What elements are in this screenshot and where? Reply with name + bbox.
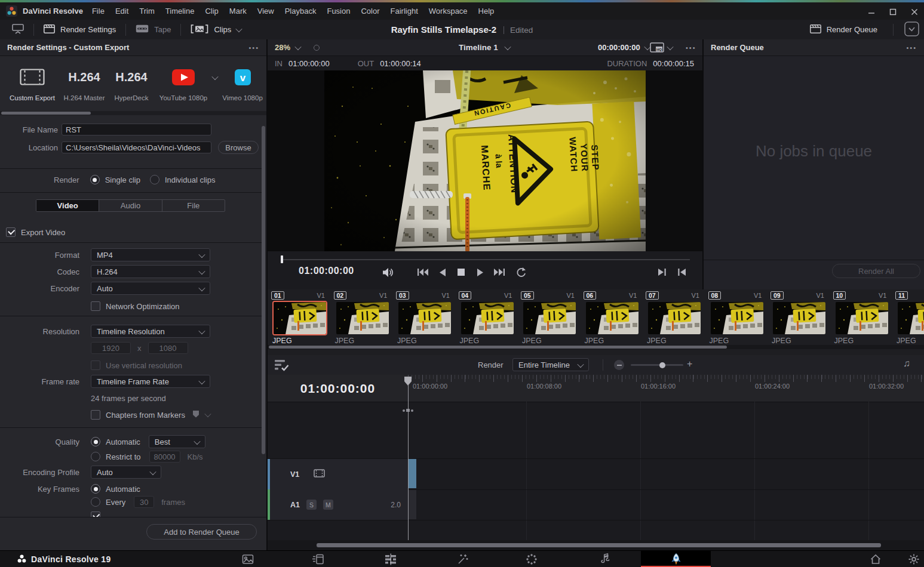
clip-thumbnail[interactable] <box>834 301 889 335</box>
single-clip-radio[interactable] <box>90 175 100 184</box>
loop-button[interactable] <box>514 267 528 278</box>
menu-item-view[interactable]: View <box>252 7 280 16</box>
stop-button[interactable] <box>454 267 468 278</box>
encoding-profile-dropdown[interactable]: Auto <box>91 466 161 479</box>
play-reverse-button[interactable] <box>435 267 449 278</box>
file-name-input[interactable] <box>62 124 211 135</box>
clip-04[interactable]: 04V1JPEG <box>456 289 518 349</box>
scrollbar-thumb[interactable] <box>269 346 727 349</box>
video-track-row[interactable]: V1 <box>268 458 924 490</box>
playhead-line[interactable] <box>408 385 409 540</box>
clip-thumbnail[interactable] <box>897 301 924 335</box>
render-mode-dropdown[interactable]: Entire Timeline <box>512 358 589 371</box>
clip-09[interactable]: 09V1JPEG <box>768 289 830 349</box>
clipped-checkbox[interactable] <box>91 511 100 517</box>
browse-button[interactable]: Browse <box>218 141 259 154</box>
panel-toggle-button[interactable] <box>7 20 29 39</box>
resolution-dropdown[interactable]: Timeline Resolution <box>91 325 210 338</box>
zoom-out-button[interactable] <box>614 360 624 370</box>
home-icon[interactable] <box>868 553 883 566</box>
chapters-checkbox[interactable] <box>91 410 100 420</box>
page-color[interactable] <box>524 553 539 566</box>
clip-03[interactable]: 03V1JPEG <box>394 289 456 349</box>
quality-dropdown[interactable]: Best <box>149 435 205 448</box>
clip-thumbnail[interactable] <box>522 301 577 335</box>
panel-options-icon[interactable] <box>906 44 917 51</box>
clip-thumbnail[interactable] <box>585 301 640 335</box>
resolution-width-input[interactable] <box>91 342 131 354</box>
tab-video[interactable]: Video <box>36 200 99 211</box>
viewer-timecode-dropdown[interactable]: 00:00:00:00 <box>598 43 650 52</box>
menu-item-playback[interactable]: Playback <box>280 7 322 16</box>
quality-monitor-button[interactable]: HQ <box>650 42 673 53</box>
every-label[interactable]: Every <box>106 498 125 507</box>
menu-item-help[interactable]: Help <box>473 7 500 16</box>
key-frames-automatic-radio[interactable] <box>91 484 100 494</box>
export-video-checkbox[interactable] <box>6 227 16 237</box>
zoom-in-button[interactable]: + <box>687 359 692 369</box>
audio-track-row[interactable]: A1 S M 2.0 <box>268 489 924 520</box>
menu-item-edit[interactable]: Edit <box>110 7 134 16</box>
panel-options-icon[interactable] <box>248 44 259 51</box>
clip-07[interactable]: 07V1JPEG <box>643 289 705 349</box>
menu-item-fairlight[interactable]: Fairlight <box>385 7 423 16</box>
clip-02[interactable]: 02V1JPEG <box>331 289 394 349</box>
resolution-height-input[interactable] <box>148 342 188 354</box>
preset-custom-export[interactable]: Custom Export <box>6 64 59 101</box>
clip-thumbnail[interactable] <box>710 301 765 335</box>
restrict-value-input[interactable] <box>149 451 180 463</box>
video-track-header[interactable]: V1 <box>270 459 409 489</box>
clip-11[interactable]: 11V1JPEG <box>893 289 924 349</box>
menu-item-file[interactable]: File <box>87 7 110 16</box>
tab-file[interactable]: File <box>162 200 225 211</box>
use-vertical-checkbox[interactable] <box>91 360 100 370</box>
key-frames-automatic-label[interactable]: Automatic <box>106 485 140 494</box>
last-frame-button[interactable] <box>492 267 506 278</box>
preset-vimeo-1080p[interactable]: vVimeo 1080p <box>214 64 266 101</box>
clip-10[interactable]: 10V1JPEG <box>831 289 893 349</box>
close-icon[interactable] <box>911 8 918 16</box>
restrict-label[interactable]: Restrict to <box>106 452 141 461</box>
scrollbar-thumb[interactable] <box>1 112 91 115</box>
page-fairlight[interactable] <box>598 553 612 566</box>
restrict-radio[interactable] <box>91 452 100 461</box>
format-dropdown[interactable]: MP4 <box>91 248 210 261</box>
menu-item-timeline[interactable]: Timeline <box>160 7 200 16</box>
scrub-bar[interactable] <box>282 259 690 260</box>
marker-color-icon[interactable] <box>192 410 199 420</box>
preset-scrollbar[interactable] <box>0 111 266 115</box>
settings-scrollbar[interactable] <box>262 123 266 514</box>
chevron-down-icon[interactable] <box>204 411 211 417</box>
preset-youtube-1080p[interactable]: YouTube 1080p <box>153 64 214 101</box>
scrollbar-thumb[interactable] <box>317 543 881 547</box>
maximize-icon[interactable] <box>889 8 897 16</box>
zoom-slider-handle[interactable] <box>659 362 665 368</box>
audio-track-header[interactable]: A1 S M 2.0 <box>270 489 409 520</box>
menu-item-clip[interactable]: Clip <box>199 7 223 16</box>
viewer-zoom-dropdown[interactable]: 28% <box>275 43 300 52</box>
solo-button[interactable]: S <box>306 500 317 510</box>
page-deliver[interactable] <box>641 551 711 567</box>
encoder-dropdown[interactable]: Auto <box>91 282 210 295</box>
frame-rate-dropdown[interactable]: Timeline Frame Rate <box>91 375 210 388</box>
key-frames-every-radio[interactable] <box>91 497 100 507</box>
clip-thumbnail[interactable] <box>335 301 390 335</box>
page-fusion[interactable] <box>456 553 470 566</box>
scrub-playhead[interactable] <box>281 255 283 263</box>
clip-05[interactable]: 05V1JPEG <box>518 289 581 349</box>
single-clip-label[interactable]: Single clip <box>105 175 140 184</box>
proxy-indicator-icon[interactable] <box>314 45 320 51</box>
clips-button[interactable]: Clips <box>186 20 246 39</box>
audio-clip-start[interactable] <box>408 490 416 519</box>
clip-thumbnail[interactable] <box>647 301 702 335</box>
scrollbar-thumb[interactable] <box>262 126 265 454</box>
film-frame-icon[interactable] <box>314 469 325 479</box>
page-cut[interactable] <box>311 553 326 566</box>
tab-audio[interactable]: Audio <box>99 200 162 211</box>
mute-audio-button[interactable] <box>381 267 395 278</box>
page-edit[interactable] <box>383 553 398 566</box>
settings-gear-icon[interactable] <box>907 553 921 566</box>
codec-dropdown[interactable]: H.264 <box>91 265 210 278</box>
mute-button[interactable]: M <box>323 500 333 510</box>
quality-automatic-radio[interactable] <box>91 437 100 446</box>
